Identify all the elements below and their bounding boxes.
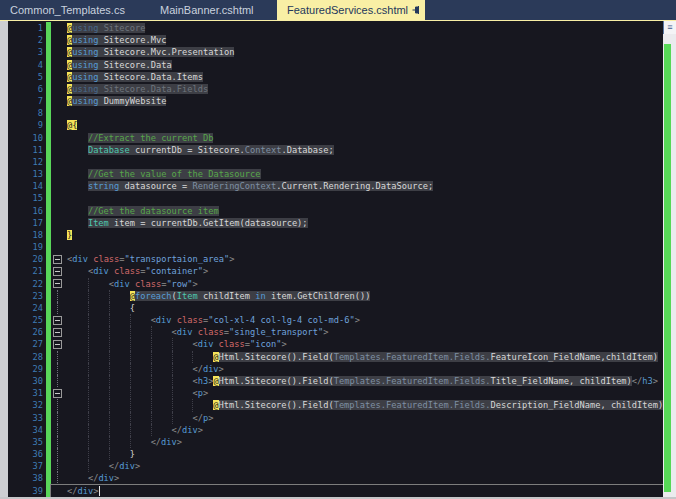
code-text[interactable]: @using Sitecore xyxy=(64,22,663,34)
code-line-body[interactable]: Item item = currentDb.GetItem(datasource… xyxy=(51,217,663,229)
code-line-body[interactable] xyxy=(51,107,663,119)
code-line-body[interactable]: <div class="icon"> xyxy=(51,338,663,350)
code-line[interactable]: 33</p> xyxy=(0,412,663,424)
code-text[interactable]: } xyxy=(64,448,663,460)
code-line-body[interactable]: @foreach(Item childItem in item.GetChild… xyxy=(51,290,663,302)
code-text[interactable]: <h3>@Html.Sitecore().Field(Templates.Fea… xyxy=(64,375,663,387)
code-text[interactable]: //Extract the current Db xyxy=(64,132,663,144)
tab-mainbanner[interactable]: MainBanner.cshtml xyxy=(150,0,277,20)
code-line[interactable]: 37</div> xyxy=(0,460,663,472)
code-line[interactable]: 24{ xyxy=(0,302,663,314)
code-line-body[interactable]: </div> xyxy=(51,485,663,497)
code-text[interactable]: //Get the value of the Datasource xyxy=(64,168,663,180)
code-text[interactable] xyxy=(64,192,663,204)
code-text[interactable]: @Html.Sitecore().Field(Templates.Feature… xyxy=(64,351,663,363)
code-line[interactable]: 35</div> xyxy=(0,436,663,448)
code-line[interactable]: 1@using Sitecore xyxy=(0,22,663,34)
code-text[interactable]: Database currentDb = Sitecore.Context.Da… xyxy=(64,144,663,156)
code-line-body[interactable]: @using DummyWebsite xyxy=(51,95,663,107)
code-line-body[interactable]: <div class="col-xl-4 col-lg-4 col-md-6"> xyxy=(51,314,663,326)
code-line[interactable]: 30<h3>@Html.Sitecore().Field(Templates.F… xyxy=(0,375,663,387)
code-text[interactable]: @using Sitecore.Data xyxy=(64,59,663,71)
tab-featuredservices[interactable]: FeaturedServices.cshtml ✕ xyxy=(277,0,425,20)
code-line-body[interactable]: </p> xyxy=(51,412,663,424)
code-text[interactable] xyxy=(64,241,663,253)
code-line-body[interactable]: } xyxy=(51,448,663,460)
code-line[interactable]: 34</div> xyxy=(0,424,663,436)
code-line-body[interactable]: //Extract the current Db xyxy=(51,132,663,144)
code-line[interactable]: 3@using Sitecore.Mvc.Presentation xyxy=(0,46,663,58)
code-line[interactable]: 21<div class="container"> xyxy=(0,265,663,277)
code-line[interactable]: 10//Extract the current Db xyxy=(0,132,663,144)
code-line[interactable]: 19 xyxy=(0,241,663,253)
code-line-body[interactable]: Database currentDb = Sitecore.Context.Da… xyxy=(51,144,663,156)
code-line-body[interactable]: @{ xyxy=(51,119,663,131)
code-line-body[interactable]: </div> xyxy=(51,424,663,436)
code-line-body[interactable]: </div> xyxy=(51,460,663,472)
code-line-body[interactable] xyxy=(51,156,663,168)
code-line-body[interactable]: @using Sitecore.Data.Fields xyxy=(51,83,663,95)
fold-toggle[interactable] xyxy=(53,340,62,349)
code-line-body[interactable]: @using Sitecore.Data.Items xyxy=(51,71,663,83)
code-line[interactable]: 26<div class="single_transport"> xyxy=(0,326,663,338)
pin-icon[interactable] xyxy=(410,4,423,17)
code-line[interactable]: 36} xyxy=(0,448,663,460)
code-line-body[interactable]: } xyxy=(51,229,663,241)
code-text[interactable] xyxy=(64,107,663,119)
code-line[interactable]: 4@using Sitecore.Data xyxy=(0,59,663,71)
code-text[interactable]: string datasource = RenderingContext.Cur… xyxy=(64,180,663,192)
code-line[interactable]: 20<div class="transportaion_area"> xyxy=(0,253,663,265)
code-text[interactable]: </div> xyxy=(64,424,663,436)
code-line-body[interactable]: @using Sitecore.Mvc xyxy=(51,34,663,46)
code-text[interactable]: </div> xyxy=(64,363,663,375)
code-line[interactable]: 17Item item = currentDb.GetItem(datasour… xyxy=(0,217,663,229)
code-line[interactable]: 15 xyxy=(0,192,663,204)
code-line-body[interactable]: <p> xyxy=(51,387,663,399)
code-line[interactable]: 39</div> xyxy=(0,485,663,497)
code-line-body[interactable]: </div> xyxy=(51,436,663,448)
code-text[interactable]: @Html.Sitecore().Field(Templates.Feature… xyxy=(64,399,663,411)
code-line-body[interactable]: //Get the datasource item xyxy=(51,205,663,217)
code-line[interactable]: 23@foreach(Item childItem in item.GetChi… xyxy=(0,290,663,302)
code-line[interactable]: 18} xyxy=(0,229,663,241)
code-line-body[interactable]: //Get the value of the Datasource xyxy=(51,168,663,180)
code-line[interactable]: 14string datasource = RenderingContext.C… xyxy=(0,180,663,192)
code-line-body[interactable]: <div class="container"> xyxy=(51,265,663,277)
code-text[interactable]: </div> xyxy=(64,460,663,472)
code-text[interactable]: <div class="row"> xyxy=(64,278,663,290)
code-text[interactable]: @using Sitecore.Mvc.Presentation xyxy=(64,46,663,58)
code-line[interactable]: 22<div class="row"> xyxy=(0,278,663,290)
code-text[interactable]: </div> xyxy=(64,472,663,484)
code-text[interactable]: </div> xyxy=(64,436,663,448)
code-line-body[interactable]: @using Sitecore.Mvc.Presentation xyxy=(51,46,663,58)
code-text[interactable]: <div class="transportaion_area"> xyxy=(64,253,663,265)
code-line-body[interactable]: <h3>@Html.Sitecore().Field(Templates.Fea… xyxy=(51,375,663,387)
code-text[interactable]: </p> xyxy=(64,412,663,424)
code-line-body[interactable]: </div> xyxy=(51,363,663,375)
code-text[interactable]: //Get the datasource item xyxy=(64,205,663,217)
code-line-body[interactable]: @Html.Sitecore().Field(Templates.Feature… xyxy=(51,351,663,363)
code-line[interactable]: 5@using Sitecore.Data.Items xyxy=(0,71,663,83)
code-line[interactable]: 7@using DummyWebsite xyxy=(0,95,663,107)
code-text[interactable] xyxy=(64,156,663,168)
code-text[interactable]: Item item = currentDb.GetItem(datasource… xyxy=(64,217,663,229)
code-line[interactable]: 12 xyxy=(0,156,663,168)
code-line-body[interactable]: string datasource = RenderingContext.Cur… xyxy=(51,180,663,192)
code-text[interactable]: <div class="col-xl-4 col-lg-4 col-md-6"> xyxy=(64,314,663,326)
code-editor[interactable]: 1@using Sitecore2@using Sitecore.Mvc3@us… xyxy=(0,21,676,497)
code-line[interactable]: 9@{ xyxy=(0,119,663,131)
code-line[interactable]: 6@using Sitecore.Data.Fields xyxy=(0,83,663,95)
code-text[interactable]: @using Sitecore.Data.Items xyxy=(64,71,663,83)
code-text[interactable]: </div> xyxy=(64,485,663,497)
code-text[interactable]: @{ xyxy=(64,119,663,131)
code-line[interactable]: 16//Get the datasource item xyxy=(0,205,663,217)
code-line[interactable]: 2@using Sitecore.Mvc xyxy=(0,34,663,46)
code-line[interactable]: 25<div class="col-xl-4 col-lg-4 col-md-6… xyxy=(0,314,663,326)
code-line-body[interactable]: @using Sitecore xyxy=(51,22,663,34)
code-line[interactable]: 8 xyxy=(0,107,663,119)
tab-common-templates[interactable]: Common_Templates.cs xyxy=(0,0,150,20)
code-text[interactable]: @foreach(Item childItem in item.GetChild… xyxy=(64,290,663,302)
code-line-body[interactable]: </div> xyxy=(51,472,663,484)
code-line[interactable]: 27<div class="icon"> xyxy=(0,338,663,350)
code-text[interactable]: @using DummyWebsite xyxy=(64,95,663,107)
